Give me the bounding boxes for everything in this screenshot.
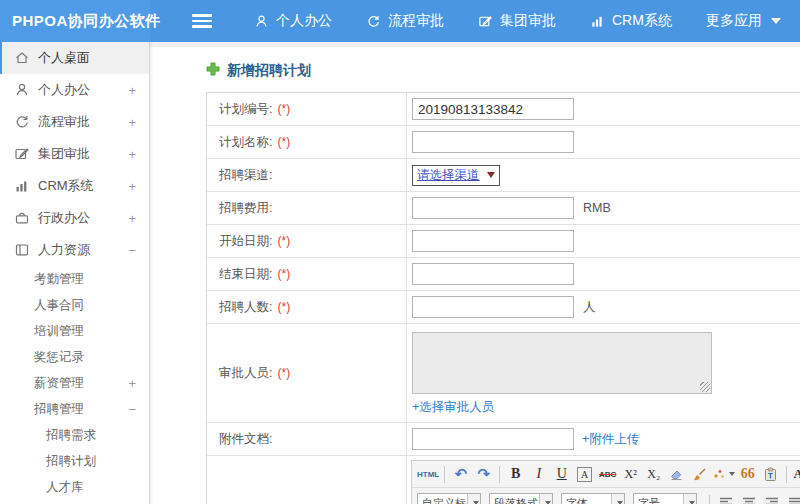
subscript-button[interactable]: X₂ [643, 464, 664, 485]
eraser-icon[interactable] [666, 464, 687, 485]
collapse-minus-icon[interactable]: − [128, 402, 136, 417]
field-label: 审批人员: [219, 365, 272, 382]
form-row-cost: 招聘费用: RMB [207, 192, 800, 225]
redo-button[interactable]: ↷ [473, 464, 494, 485]
expand-plus-icon[interactable]: + [128, 115, 136, 130]
attachment-upload-link[interactable]: +附件上传 [582, 431, 639, 448]
process-icon [14, 114, 30, 130]
form-row-start-date: 开始日期:(*) [207, 225, 800, 258]
sidebar-item-personal-office[interactable]: 个人办公 + [0, 74, 149, 106]
page-title-bar: 新增招聘计划 [150, 47, 800, 92]
sidebar-item-label: 考勤管理 [34, 271, 84, 288]
page-title: 新增招聘计划 [227, 62, 311, 80]
border-text-button[interactable]: A [574, 464, 595, 485]
headcount-input[interactable] [412, 296, 574, 318]
plan-name-input[interactable] [412, 131, 574, 153]
italic-button[interactable]: I [528, 464, 549, 485]
sidebar-item-label: 培训管理 [34, 323, 84, 340]
caret-down-icon [487, 172, 495, 178]
chart-icon [590, 14, 605, 29]
unit-suffix: 人 [583, 299, 596, 316]
font-family-dropdown[interactable]: 字体 [561, 493, 625, 504]
expand-plus-icon[interactable]: + [128, 83, 136, 98]
person-icon [254, 14, 269, 29]
home-icon [14, 50, 30, 66]
font-size-dropdown[interactable]: 字号 [633, 493, 697, 504]
expand-plus-icon[interactable]: + [128, 211, 136, 226]
caret-down-icon [539, 494, 552, 504]
sidebar-item-salary[interactable]: 薪资管理 + [0, 370, 149, 396]
sidebar-item-recruitment[interactable]: 招聘管理 − [0, 396, 149, 422]
custom-title-dropdown[interactable]: 自定义标题 [417, 493, 481, 504]
end-date-input[interactable] [412, 263, 574, 285]
undo-button[interactable]: ↶ [450, 464, 471, 485]
briefcase-icon [14, 210, 30, 226]
channel-select[interactable]: 请选择渠道 [412, 165, 500, 186]
sidebar-item-recruitment-demand[interactable]: 招聘需求 [0, 422, 149, 448]
expand-plus-icon[interactable]: + [128, 147, 136, 162]
superscript-button[interactable]: X² [620, 464, 641, 485]
sidebar-item-crm[interactable]: CRM系统 + [0, 170, 149, 202]
sidebar-item-recruitment-plan[interactable]: 招聘计划 [0, 448, 149, 474]
html-source-button[interactable]: HTML [417, 464, 439, 485]
sidebar-item-label: 人事合同 [34, 297, 84, 314]
required-marker: (*) [277, 300, 290, 314]
expand-plus-icon[interactable]: + [128, 376, 136, 391]
required-marker: (*) [277, 234, 290, 248]
caret-down-icon [729, 472, 735, 476]
align-right-icon[interactable] [761, 493, 782, 504]
editor-toolbar: HTML ↶ ↷ B I U A ABC X² X₂ [411, 460, 800, 504]
sidebar-item-label: 人才库 [46, 479, 84, 496]
sidebar-item-hr[interactable]: 人力资源 − [0, 234, 149, 266]
start-date-input[interactable] [412, 230, 574, 252]
nav-label: CRM系统 [612, 12, 672, 30]
sidebar-item-talent-pool[interactable]: 人才库 [0, 474, 149, 500]
nav-workflow-approval[interactable]: 流程审批 [366, 12, 444, 30]
sidebar-item-hr-contract[interactable]: 人事合同 [0, 292, 149, 318]
cost-input[interactable] [412, 197, 574, 219]
align-justify-icon[interactable] [784, 493, 800, 504]
strikethrough-button[interactable]: ABC [597, 464, 618, 485]
sidebar-item-training[interactable]: 培训管理 [0, 318, 149, 344]
sidebar-item-admin-office[interactable]: 行政办公 + [0, 202, 149, 234]
paragraph-format-dropdown[interactable]: 段落格式 [489, 493, 553, 504]
nav-personal-office[interactable]: 个人办公 [254, 12, 332, 30]
app-logo: PHPOA协同办公软件 [0, 0, 150, 42]
sidebar-item-label: CRM系统 [38, 177, 94, 195]
format-brush-icon[interactable] [689, 464, 710, 485]
plan-number-input[interactable] [412, 98, 574, 120]
sidebar-item-personal-desktop[interactable]: 个人桌面 [0, 42, 149, 74]
collapse-minus-icon[interactable]: − [128, 243, 136, 258]
person-icon [14, 82, 30, 98]
nav-group-approval[interactable]: 集团审批 [478, 12, 556, 30]
auto-typeset-icon[interactable] [712, 464, 735, 485]
sidebar-item-label: 招聘计划 [46, 453, 96, 470]
approvers-textarea[interactable] [412, 332, 712, 394]
attachment-input[interactable] [412, 428, 574, 450]
blockquote-button[interactable]: 66 [737, 464, 758, 485]
align-left-icon[interactable] [715, 493, 736, 504]
rich-text-editor: HTML ↶ ↷ B I U A ABC X² X₂ [407, 456, 800, 504]
field-label: 计划编号: [219, 101, 272, 118]
sidebar-item-reward-punishment[interactable]: 奖惩记录 [0, 344, 149, 370]
nav-more-apps[interactable]: 更多应用 [706, 12, 781, 30]
menu-toggle-icon[interactable] [192, 14, 212, 28]
top-nav: 个人办公 流程审批 集团审批 CRM系统 更多应用 [254, 12, 781, 30]
expand-plus-icon[interactable]: + [128, 179, 136, 194]
bold-button[interactable]: B [505, 464, 526, 485]
caret-down-icon [771, 18, 781, 24]
form-row-channel: 招聘渠道: 请选择渠道 [207, 159, 800, 192]
nav-crm-system[interactable]: CRM系统 [590, 12, 672, 30]
sidebar-item-attendance[interactable]: 考勤管理 [0, 266, 149, 292]
select-approvers-link[interactable]: +选择审批人员 [412, 399, 494, 416]
chart-icon [14, 178, 30, 194]
font-color-button[interactable]: A [792, 464, 800, 485]
sidebar-item-group-approval[interactable]: 集团审批 + [0, 138, 149, 170]
sidebar-item-workflow-approval[interactable]: 流程审批 + [0, 106, 149, 138]
underline-button[interactable]: U [551, 464, 572, 485]
nav-label: 更多应用 [706, 12, 762, 30]
sidebar-item-label: 个人办公 [38, 81, 90, 99]
form-row-headcount: 招聘人数:(*) 人 [207, 291, 800, 324]
align-center-icon[interactable] [738, 493, 759, 504]
paste-word-icon[interactable] [760, 464, 781, 485]
